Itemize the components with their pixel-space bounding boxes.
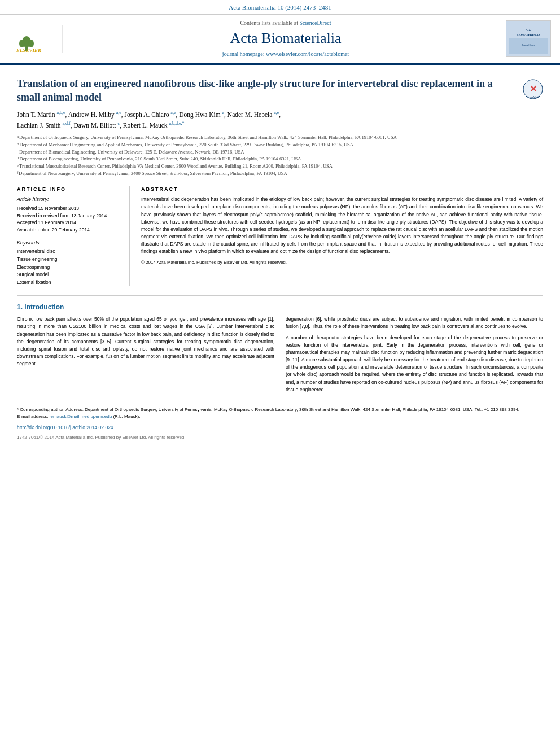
keywords-title: Keywords: [17,239,121,247]
article-title: Translation of an engineered nanofibrous… [17,77,517,104]
author-email[interactable]: lemauck@mail.med.upenn.edu [50,414,112,419]
revised-date: Received in revised form 13 January 2014 [17,212,121,220]
copyright-bar: 1742-7061/© 2014 Acta Materialia Inc. Pu… [0,433,560,442]
article-info-abstract-section: ARTICLE INFO Article history: Received 1… [0,180,560,292]
article-info-col: ARTICLE INFO Article history: Received 1… [17,186,130,287]
svg-text:Journal Cover: Journal Cover [522,43,535,46]
authors-section: John T. Martin a,b,e, Andrew H. Milby a,… [0,107,560,133]
history-title: Article history: [17,196,121,203]
journal-thumbnail: Acta BIOMATERIALIA Journal Cover [506,20,551,57]
journal-title-block: Contents lists available at ScienceDirec… [65,19,506,58]
elsevier-logo-svg: ELSEVIER [12,25,63,53]
article-title-section: Translation of an engineered nanofibrous… [0,71,560,108]
intro-right-text: degeneration [6], while prosthetic discs… [286,316,543,394]
svg-text:✕: ✕ [530,84,537,94]
contents-line: Contents lists available at ScienceDirec… [65,19,506,27]
corresponding-author-note: * Corresponding author. Address: Departm… [17,407,543,413]
crossmark-logo[interactable]: ✕ CrossMark [523,79,543,99]
section-divider [17,295,543,296]
svg-text:BIOMATERIALIA: BIOMATERIALIA [517,33,540,36]
keyword-3: Electrospinning [17,264,121,272]
footnote-section: * Corresponding author. Address: Departm… [0,403,560,422]
copyright-line: © 2014 Acta Materialia Inc. Published by… [141,259,543,265]
intro-left-text: Chronic low back pain affects over 50% o… [17,316,274,368]
received-date: Received 15 November 2013 [17,205,121,212]
doi-link[interactable]: http://dx.doi.org/10.1016/j.actbio.2014.… [17,425,543,431]
abstract-col: ABSTRACT Intervertebral disc degeneratio… [141,186,543,287]
svg-point-3 [19,40,25,47]
keywords-section: Keywords: Intervertebral disc Tissue eng… [17,239,121,287]
svg-text:Acta: Acta [526,29,531,32]
available-online-date: Available online 20 February 2014 [17,226,121,234]
doi-section: http://dx.doi.org/10.1016/j.actbio.2014.… [0,422,560,433]
intro-left-col: Chronic low back pain affects over 50% o… [17,316,274,397]
article-history: Article history: Received 15 November 20… [17,196,121,234]
abstract-label: ABSTRACT [141,186,543,193]
article-info-label: ARTICLE INFO [17,186,121,193]
thumbnail-svg: Acta BIOMATERIALIA Journal Cover [506,21,550,56]
journal-citation: Acta Biomaterialia 10 (2014) 2473–2481 [0,0,560,15]
intro-right-col: degeneration [6], while prosthetic discs… [286,316,543,397]
keyword-1: Intervertebral disc [17,248,121,256]
abstract-text: Intervertebral disc degeneration has bee… [141,196,543,255]
intro-two-col: Chronic low back pain affects over 50% o… [17,316,543,397]
keyword-4: Surgical model [17,271,121,279]
svg-text:CrossMark: CrossMark [527,95,540,98]
email-line: E-mail address: lemauck@mail.med.upenn.e… [17,413,543,420]
header-divider [0,64,560,65]
svg-text:ELSEVIER: ELSEVIER [16,47,41,53]
affiliations-section: aDepartment of Orthopaedic Surgery, Univ… [0,133,560,180]
keyword-5: External fixation [17,279,121,287]
journal-homepage: journal homepage: www.elsevier.com/locat… [65,50,506,58]
journal-name: Acta Biomaterialia [65,28,506,49]
crossmark-svg: ✕ CrossMark [523,79,543,99]
svg-point-4 [28,40,34,47]
introduction-section: 1. Introduction Chronic low back pain af… [0,299,560,403]
accepted-date: Accepted 11 February 2014 [17,219,121,226]
journal-header: ELSEVIER Contents lists available at Sci… [0,15,560,63]
intro-heading: 1. Introduction [17,303,543,312]
elsevier-logo: ELSEVIER [9,25,65,53]
keyword-2: Tissue engineering [17,256,121,264]
